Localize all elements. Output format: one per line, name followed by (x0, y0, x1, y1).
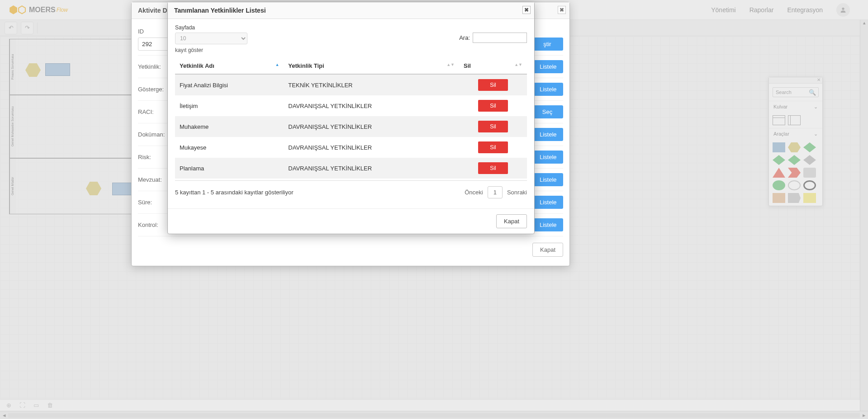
cell-delete: Sil (459, 74, 527, 95)
search-input[interactable] (473, 33, 527, 43)
cell-name: Fiyat Analizi Bilgisi (175, 74, 284, 95)
competency-list-modal: Tanımlanan Yetkinlikler Listesi ✖ Sayfad… (167, 2, 535, 234)
delete-button[interactable]: Sil (478, 162, 508, 174)
cell-delete: Sil (459, 116, 527, 137)
table-row: MuhakemeDAVRANIŞSAL YETKİNLİKLERSil (175, 116, 527, 137)
delete-button[interactable]: Sil (478, 79, 508, 91)
page-size-select[interactable]: 10 (175, 33, 247, 44)
page-number[interactable]: 1 (488, 186, 503, 198)
cell-delete: Sil (459, 158, 527, 179)
sort-icon: ▲▼ (446, 62, 455, 67)
cell-name: Mukayese (175, 137, 284, 158)
cell-type: TEKNİK YETKİNLİKLER (284, 74, 459, 95)
competency-modal-header: Tanımlanan Yetkinlikler Listesi ✖ (168, 2, 534, 19)
cell-type: DAVRANIŞSAL YETKİNLİKLER (284, 95, 459, 116)
page-size-label: Sayfada (175, 24, 247, 31)
delete-button[interactable]: Sil (478, 141, 508, 153)
sort-icon: ▲▼ (514, 62, 522, 67)
col-type-header[interactable]: Yetkinlik Tipi ▲▼ (284, 58, 459, 74)
records-hint: kayıt göster (175, 47, 527, 53)
table-info: 5 kayıttan 1 - 5 arasındaki kayıtlar gös… (175, 189, 294, 196)
sort-asc-icon: ▲ (275, 62, 279, 67)
cell-name: İletişim (175, 95, 284, 116)
cell-type: DAVRANIŞSAL YETKİNLİKLER (284, 137, 459, 158)
competency-modal-close-icon[interactable]: ✖ (522, 6, 531, 14)
table-row: PlanlamaDAVRANIŞSAL YETKİNLİKLERSil (175, 158, 527, 179)
table-row: Fiyat Analizi BilgisiTEKNİK YETKİNLİKLER… (175, 74, 527, 95)
prev-page[interactable]: Önceki (465, 189, 483, 196)
cell-name: Muhakeme (175, 116, 284, 137)
col-delete-header[interactable]: Sil ▲▼ (459, 58, 527, 74)
competency-table: Yetkinlik Adı ▲ Yetkinlik Tipi ▲▼ Sil ▲▼… (175, 58, 527, 179)
cell-name: Planlama (175, 158, 284, 179)
delete-button[interactable]: Sil (478, 121, 508, 132)
delete-button[interactable]: Sil (478, 100, 508, 112)
cell-type: DAVRANIŞSAL YETKİNLİKLER (284, 158, 459, 179)
col-name-header[interactable]: Yetkinlik Adı ▲ (175, 58, 284, 74)
competency-modal-title: Tanımlanan Yetkinlikler Listesi (174, 7, 266, 14)
table-row: İletişimDAVRANIŞSAL YETKİNLİKLERSil (175, 95, 527, 116)
competency-close-button[interactable]: Kapat (496, 214, 527, 228)
cell-type: DAVRANIŞSAL YETKİNLİKLER (284, 116, 459, 137)
table-row: MukayeseDAVRANIŞSAL YETKİNLİKLERSil (175, 137, 527, 158)
search-label: Ara: (459, 34, 470, 41)
cell-delete: Sil (459, 95, 527, 116)
next-page[interactable]: Sonraki (507, 189, 527, 196)
pagination: Önceki 1 Sonraki (465, 186, 527, 198)
cell-delete: Sil (459, 137, 527, 158)
competency-modal-body: Sayfada 10 Ara: kayıt göster Yetkinlik A… (168, 19, 534, 208)
